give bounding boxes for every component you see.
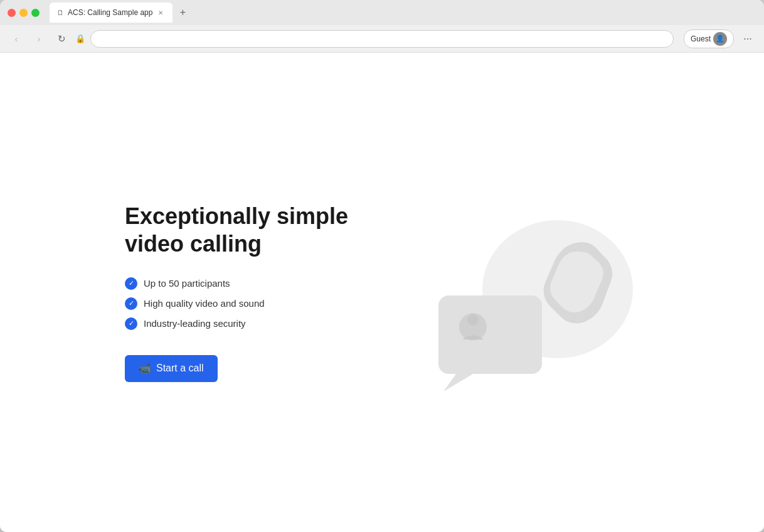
forward-icon: › (38, 33, 41, 44)
feature-text-3: Industry-leading security (144, 318, 246, 329)
profile-label: Guest (691, 35, 711, 43)
back-button[interactable]: ‹ (8, 30, 25, 48)
back-icon: ‹ (15, 33, 18, 44)
content-wrapper: Exceptionally simple video calling ✓ Up … (100, 186, 664, 399)
feature-item-1: ✓ Up to 50 participants (125, 277, 348, 290)
tab-page-icon: 🗋 (57, 9, 64, 16)
new-tab-button[interactable]: + (175, 5, 190, 20)
main-heading: Exceptionally simple video calling (125, 203, 348, 257)
start-call-button[interactable]: 📹 Start a call (125, 355, 218, 382)
calling-illustration (376, 192, 639, 393)
active-tab[interactable]: 🗋 ACS: Calling Sample app ✕ (50, 3, 172, 23)
profile-area: Guest 👤 (684, 29, 734, 48)
feature-text-2: High quality video and sound (144, 298, 265, 309)
tab-title: ACS: Calling Sample app (68, 8, 152, 17)
check-icon-3: ✓ (125, 317, 137, 330)
reload-icon: ↻ (58, 33, 66, 45)
tab-bar: 🗋 ACS: Calling Sample app ✕ + (50, 3, 190, 23)
profile-button[interactable]: Guest 👤 (684, 29, 734, 48)
forward-button[interactable]: › (30, 30, 48, 48)
check-icon-2: ✓ (125, 297, 137, 310)
features-list: ✓ Up to 50 participants ✓ High quality v… (125, 277, 348, 330)
svg-point-3 (467, 314, 479, 326)
more-options-button[interactable]: ··· (739, 30, 756, 48)
page-content: Exceptionally simple video calling ✓ Up … (0, 53, 764, 532)
start-call-label: Start a call (156, 363, 204, 374)
avatar: 👤 (713, 32, 727, 46)
traffic-lights (8, 9, 40, 17)
title-bar: 🗋 ACS: Calling Sample app ✕ + (0, 0, 764, 25)
address-bar[interactable] (90, 30, 674, 48)
reload-button[interactable]: ↻ (53, 30, 70, 48)
minimize-button[interactable] (19, 9, 28, 17)
browser-window: 🗋 ACS: Calling Sample app ✕ + ‹ › ↻ 🔒 Gu… (0, 0, 764, 532)
fullscreen-button[interactable] (31, 9, 40, 17)
feature-item-3: ✓ Industry-leading security (125, 317, 348, 330)
feature-item-2: ✓ High quality video and sound (125, 297, 348, 310)
illustration (376, 186, 639, 399)
svg-rect-1 (438, 295, 542, 374)
left-panel: Exceptionally simple video calling ✓ Up … (125, 203, 348, 381)
check-icon-1: ✓ (125, 277, 137, 290)
nav-bar: ‹ › ↻ 🔒 Guest 👤 ··· (0, 25, 764, 53)
tab-close-button[interactable]: ✕ (156, 8, 165, 17)
video-camera-icon: 📹 (139, 363, 151, 375)
lock-icon: 🔒 (75, 34, 85, 44)
feature-text-1: Up to 50 participants (144, 278, 230, 289)
close-button[interactable] (8, 9, 16, 17)
avatar-icon: 👤 (716, 35, 724, 43)
more-icon: ··· (743, 33, 751, 45)
